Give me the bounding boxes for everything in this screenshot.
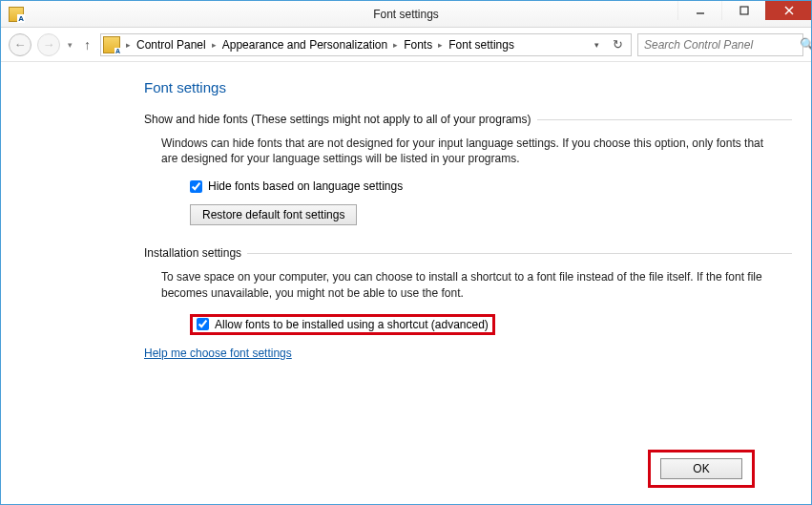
address-bar[interactable]: ▸ Control Panel ▸ Appearance and Persona… — [100, 33, 632, 56]
address-dropdown[interactable]: ▾ — [589, 36, 605, 53]
back-button[interactable]: ← — [9, 33, 31, 56]
allow-shortcut-highlight: Allow fonts to be installed using a shor… — [190, 314, 495, 335]
section-show-hide-label: Show and hide fonts (These settings migh… — [144, 113, 792, 126]
location-icon — [103, 36, 120, 53]
show-hide-description: Windows can hide fonts that are not desi… — [161, 136, 772, 166]
history-dropdown[interactable]: ▾ — [66, 40, 74, 50]
refresh-button[interactable]: ↻ — [607, 33, 629, 55]
search-input[interactable] — [638, 38, 794, 52]
section-show-hide-body: Windows can hide fonts that are not desi… — [144, 136, 792, 225]
chevron-right-icon[interactable]: ▸ — [436, 40, 445, 50]
search-icon[interactable]: 🔍 — [794, 37, 812, 52]
ok-highlight: OK — [648, 450, 755, 488]
breadcrumb-appearance[interactable]: Appearance and Personalization — [219, 38, 391, 52]
hide-fonts-checkbox-row[interactable]: Hide fonts based on language settings — [161, 179, 792, 193]
divider — [537, 119, 792, 120]
section-install-text: Installation settings — [144, 246, 241, 260]
title-bar: Font settings — [1, 1, 811, 28]
chevron-right-icon[interactable]: ▸ — [210, 40, 219, 50]
breadcrumb-font-settings[interactable]: Font settings — [445, 38, 518, 52]
footer: OK — [648, 450, 755, 488]
breadcrumb-root[interactable]: Control Panel — [133, 38, 210, 52]
ok-button[interactable]: OK — [660, 458, 742, 479]
section-show-hide-text: Show and hide fonts (These settings migh… — [144, 113, 531, 126]
section-install-body: To save space on your computer, you can … — [144, 269, 792, 334]
content-area: Font settings Show and hide fonts (These… — [1, 62, 811, 360]
divider — [247, 253, 792, 254]
window-title: Font settings — [1, 8, 811, 21]
section-install-label: Installation settings — [144, 246, 792, 260]
chevron-right-icon[interactable]: ▸ — [124, 40, 133, 50]
search-box[interactable]: 🔍 — [637, 33, 803, 56]
up-button[interactable]: ↑ — [80, 37, 94, 53]
install-description: To save space on your computer, you can … — [161, 269, 772, 300]
help-link[interactable]: Help me choose font settings — [144, 347, 292, 360]
allow-shortcut-checkbox[interactable] — [197, 318, 209, 330]
hide-fonts-checkbox-label: Hide fonts based on language settings — [208, 179, 403, 193]
allow-shortcut-checkbox-label: Allow fonts to be installed using a shor… — [215, 318, 489, 331]
restore-defaults-button[interactable]: Restore default font settings — [190, 204, 357, 225]
page-title: Font settings — [144, 79, 792, 95]
breadcrumb-fonts[interactable]: Fonts — [400, 38, 436, 52]
nav-row: ← → ▾ ↑ ▸ Control Panel ▸ Appearance and… — [1, 28, 811, 62]
chevron-right-icon[interactable]: ▸ — [391, 40, 400, 50]
forward-button[interactable]: → — [37, 33, 60, 56]
hide-fonts-checkbox[interactable] — [190, 180, 202, 193]
